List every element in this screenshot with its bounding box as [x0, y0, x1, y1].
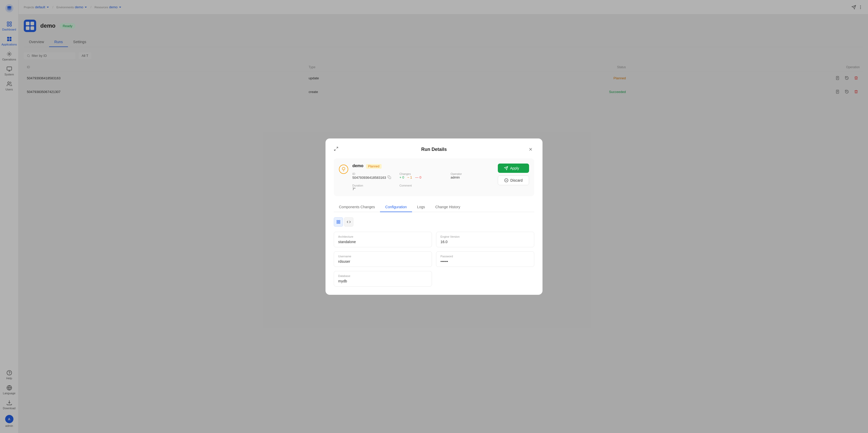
config-toolbar — [334, 217, 534, 226]
config-password-value: •••••• — [440, 259, 530, 264]
run-duration-label: Duration — [352, 184, 391, 187]
run-info-panel: demo Planned ID 504793936418583163 — [334, 158, 534, 196]
tab-logs[interactable]: Logs — [412, 202, 430, 212]
modal-header: Run Details — [334, 147, 534, 152]
run-changes-value: + 0 ~ 1 — 0 — [399, 176, 442, 179]
expand-icon — [334, 147, 338, 151]
modal-tabs: Components Changes Configuration Logs Ch… — [334, 202, 534, 212]
run-operator-group: Operator admin — [451, 172, 493, 180]
config-database-label: Database — [338, 274, 428, 277]
run-duration-group: Duration 7" — [352, 184, 391, 191]
run-name: demo — [352, 163, 364, 168]
modal-overlay[interactable]: Run Details demo Planned — [0, 0, 868, 433]
config-field-database: Database mydb — [334, 271, 432, 286]
run-details-modal: Run Details demo Planned — [326, 138, 542, 295]
close-button[interactable] — [527, 146, 534, 153]
config-database-value: mydb — [338, 279, 428, 283]
svg-rect-24 — [337, 222, 338, 223]
form-icon — [336, 220, 340, 224]
apply-icon — [504, 166, 508, 170]
config-field-password: Password •••••• — [436, 251, 534, 267]
run-duration-value: 7" — [352, 187, 391, 191]
config-engine-label: Engine Version — [440, 235, 530, 238]
run-changes-group: Changes + 0 ~ 1 — 0 — [399, 172, 442, 180]
config-architecture-value: standalone — [338, 240, 428, 244]
run-operator-value: admin — [451, 176, 493, 179]
close-icon — [528, 147, 533, 152]
change-add: + 0 — [399, 176, 404, 179]
config-fields: Architecture standalone Engine Version 1… — [334, 232, 534, 286]
code-icon — [347, 220, 351, 224]
svg-rect-25 — [339, 222, 340, 223]
tab-change-history[interactable]: Change History — [430, 202, 466, 212]
apply-button[interactable]: Apply — [498, 163, 529, 173]
config-engine-value: 16.0 — [440, 240, 530, 244]
copy-icon-svg — [388, 176, 391, 179]
svg-rect-22 — [337, 220, 338, 222]
change-mod: ~ 1 — [407, 176, 412, 179]
copy-icon[interactable] — [388, 176, 391, 180]
run-actions: Apply Discard — [498, 163, 529, 185]
config-architecture-label: Architecture — [338, 235, 428, 238]
run-id-value: 504793936418583163 — [352, 176, 391, 180]
run-id-label: ID — [352, 172, 391, 176]
config-password-label: Password — [440, 255, 530, 258]
modal-title: Run Details — [421, 147, 447, 152]
run-id-group: ID 504793936418583163 — [352, 172, 391, 180]
discard-icon — [504, 178, 508, 182]
svg-rect-23 — [339, 220, 340, 222]
tab-components-changes[interactable]: Components Changes — [334, 202, 380, 212]
config-code-view-btn[interactable] — [344, 217, 353, 226]
run-comment-group: Comment — [399, 184, 442, 191]
config-username-value: rdsuser — [338, 259, 428, 264]
svg-rect-20 — [389, 177, 391, 179]
config-field-username: Username rdsuser — [334, 251, 432, 267]
bulb-icon — [341, 167, 346, 172]
run-changes-label: Changes — [399, 172, 442, 176]
config-username-label: Username — [338, 255, 428, 258]
run-comment-label: Comment — [399, 184, 442, 187]
config-field-engine-version: Engine Version 16.0 — [436, 232, 534, 247]
expand-button[interactable] — [334, 147, 338, 152]
config-form-view-btn[interactable] — [334, 217, 343, 226]
run-badge: Planned — [366, 164, 381, 169]
change-del: — 0 — [415, 176, 421, 179]
run-operator-label: Operator — [451, 172, 493, 176]
discard-button[interactable]: Discard — [498, 176, 529, 185]
config-field-architecture: Architecture standalone — [334, 232, 432, 247]
tab-configuration[interactable]: Configuration — [380, 202, 412, 212]
run-icon — [339, 164, 348, 174]
